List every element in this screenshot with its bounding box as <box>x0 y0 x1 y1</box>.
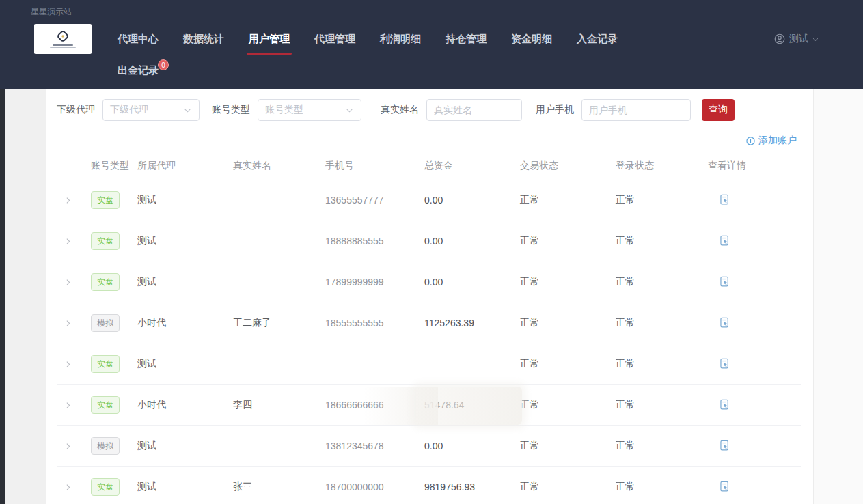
trade-status-cell: 正常 <box>520 425 616 466</box>
real-name-cell <box>233 262 325 303</box>
nav-item-agent-center[interactable]: 代理中心 <box>118 33 159 46</box>
expand-row-icon[interactable] <box>61 439 74 453</box>
nav-item-position-management[interactable]: 持仓管理 <box>446 33 487 46</box>
plus-circle-icon <box>745 136 756 146</box>
trade-status-cell: 正常 <box>520 466 616 504</box>
agent-cell: 测试 <box>137 262 233 303</box>
account-type-badge: 实盘 <box>91 478 120 496</box>
expand-row-icon[interactable] <box>61 234 74 248</box>
phone-cell: 13655557777 <box>325 180 424 221</box>
table-row: 实盘 测试 18888885555 0.00 正常 正常 <box>57 221 801 262</box>
view-details-icon[interactable] <box>716 438 732 454</box>
chevron-down-icon <box>183 106 192 115</box>
phone-input[interactable] <box>581 99 691 121</box>
view-details-icon[interactable] <box>716 233 732 249</box>
real-name-cell <box>233 221 325 262</box>
view-details-icon[interactable] <box>716 192 732 208</box>
phone-cell: 17899999999 <box>325 262 424 303</box>
expand-row-icon[interactable] <box>61 357 74 371</box>
real-name-cell: 李四 <box>233 384 325 425</box>
agent-cell: 测试 <box>137 425 233 466</box>
header-agent: 所属代理 <box>137 152 233 180</box>
account-type-badge: 实盘 <box>91 396 120 414</box>
expand-row-icon[interactable] <box>61 480 74 494</box>
chevron-down-icon <box>812 36 819 43</box>
expand-row-icon[interactable] <box>61 316 74 330</box>
user-menu[interactable]: 测试 <box>773 33 819 45</box>
trade-status-cell: 正常 <box>520 221 616 262</box>
funds-cell <box>424 344 520 384</box>
phone-cell <box>325 344 424 384</box>
view-details-icon[interactable] <box>716 479 732 495</box>
agent-select[interactable]: 下级代理 <box>102 99 200 121</box>
search-button[interactable]: 查询 <box>702 99 735 121</box>
funds-cell: 1125263.39 <box>424 303 520 344</box>
nav-item-data-stats[interactable]: 数据统计 <box>183 33 224 46</box>
view-details-icon[interactable] <box>716 356 732 372</box>
agent-select-placeholder: 下级代理 <box>110 104 148 116</box>
header-phone: 手机号 <box>325 152 424 180</box>
add-account-label: 添加账户 <box>758 135 797 147</box>
agent-cell: 测试 <box>137 180 233 221</box>
real-name-input[interactable] <box>426 99 522 121</box>
view-details-icon[interactable] <box>716 274 732 290</box>
account-type-badge: 模拟 <box>91 437 120 455</box>
real-name-cell <box>233 344 325 384</box>
main-nav: 代理中心 数据统计 用户管理 代理管理 利润明细 持仓管理 资金明细 入金记录 <box>118 33 618 46</box>
nav-item-funds-detail[interactable]: 资金明细 <box>511 33 552 46</box>
agent-filter-label: 下级代理 <box>57 104 95 116</box>
nav-item-agent-management[interactable]: 代理管理 <box>314 33 355 46</box>
agent-cell: 测试 <box>137 344 233 384</box>
login-status-cell: 正常 <box>616 262 708 303</box>
expand-row-icon[interactable] <box>61 193 74 207</box>
header-trade-status: 交易状态 <box>520 152 616 180</box>
window-edge <box>0 89 5 504</box>
trade-status-cell: 正常 <box>520 384 616 425</box>
nav-item-withdrawal-records[interactable]: 出金记录 0 <box>118 64 159 77</box>
add-account-link[interactable]: 添加账户 <box>745 135 797 147</box>
logo[interactable] <box>34 24 92 54</box>
view-details-icon[interactable] <box>716 315 732 331</box>
phone-cell: 13812345678 <box>325 425 424 466</box>
phone-cell: 18888885555 <box>325 221 424 262</box>
user-avatar-icon <box>773 33 786 45</box>
phone-filter-label: 用户手机 <box>536 104 574 116</box>
expand-row-icon[interactable] <box>61 275 74 289</box>
trade-status-cell: 正常 <box>520 262 616 303</box>
redaction-blur <box>416 387 522 425</box>
funds-cell: 0.00 <box>424 262 520 303</box>
agent-cell: 小时代 <box>137 303 233 344</box>
view-details-icon[interactable] <box>716 397 732 413</box>
nav-item-deposit-records[interactable]: 入金记录 <box>577 33 618 46</box>
nav-item-profit-detail[interactable]: 利润明细 <box>380 33 421 46</box>
expand-row-icon[interactable] <box>61 398 74 412</box>
withdrawal-count-badge: 0 <box>158 59 169 70</box>
phone-cell: 18666666666 <box>325 384 424 425</box>
real-name-cell: 王二麻子 <box>233 303 325 344</box>
site-name: 星星演示站 <box>0 0 863 18</box>
table-row: 实盘 小时代 李四 18666666666 51478.64 正常 正常 <box>57 384 801 425</box>
agent-cell: 小时代 <box>137 384 233 425</box>
account-type-badge: 实盘 <box>91 232 120 250</box>
nav-item-user-management[interactable]: 用户管理 <box>249 33 290 46</box>
chevron-down-icon <box>345 106 354 115</box>
real-name-cell <box>233 425 325 466</box>
account-type-badge: 实盘 <box>91 355 120 373</box>
real-name-filter-label: 真实姓名 <box>381 104 419 116</box>
login-status-cell: 正常 <box>616 221 708 262</box>
table-row: 模拟 测试 13812345678 0.00 正常 正常 <box>57 425 801 466</box>
account-type-select[interactable]: 账号类型 <box>258 99 361 121</box>
login-status-cell: 正常 <box>616 180 708 221</box>
funds-cell: 0.00 <box>424 180 520 221</box>
agent-cell: 测试 <box>137 466 233 504</box>
table-row: 实盘 测试 正常 正常 <box>57 344 801 384</box>
user-name: 测试 <box>789 33 808 45</box>
header-login-status: 登录状态 <box>616 152 708 180</box>
account-type-badge: 实盘 <box>91 191 120 209</box>
header-view-details: 查看详情 <box>708 152 801 180</box>
users-table: 账号类型 所属代理 真实姓名 手机号 总资金 交易状态 登录状态 查看详情 实盘… <box>57 152 801 504</box>
header-funds: 总资金 <box>424 152 520 180</box>
phone-cell: 18700000000 <box>325 466 424 504</box>
trade-status-cell: 正常 <box>520 344 616 384</box>
agent-cell: 测试 <box>137 221 233 262</box>
